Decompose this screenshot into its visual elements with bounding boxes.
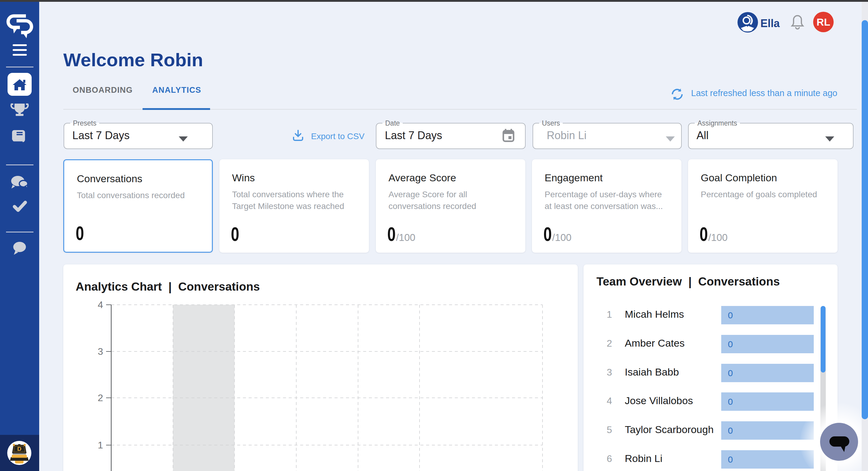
svg-text:2: 2 [98,393,103,403]
svg-text:4: 4 [98,299,103,310]
svg-text:3: 3 [98,346,103,357]
svg-text:D: D [17,446,22,452]
svg-text:1: 1 [98,440,103,450]
